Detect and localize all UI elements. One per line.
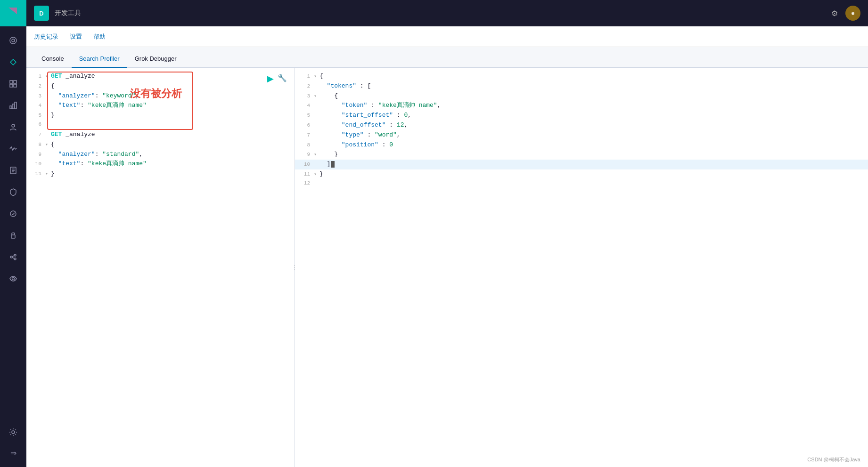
svg-rect-8 xyxy=(15,102,16,109)
tab-console[interactable]: Console xyxy=(34,50,72,68)
svg-line-20 xyxy=(12,258,14,258)
tab-grok-label: Grok Debugger xyxy=(135,55,177,62)
svg-rect-6 xyxy=(10,106,12,109)
tab-grok-debugger[interactable]: Grok Debugger xyxy=(127,50,184,68)
app-badge: D xyxy=(34,6,49,21)
svg-line-19 xyxy=(12,256,14,257)
nav-icon-discover[interactable] xyxy=(0,52,26,72)
code-line-11: 11 ▾ } xyxy=(26,169,295,179)
tabs-bar: Console Search Profiler Grok Debugger xyxy=(26,47,868,68)
tab-profiler-label: Search Profiler xyxy=(79,55,120,62)
code-line-9: 9 "analyzer": "standard", xyxy=(26,150,295,160)
code-line-6: 6 xyxy=(26,121,295,130)
right-code-line-7: 7 "type" : "word", xyxy=(295,130,868,140)
right-code-line-2: 2 "tokens" : [ xyxy=(295,81,868,91)
svg-rect-3 xyxy=(14,81,16,83)
right-code-line-5: 5 "start_offset" : 0, xyxy=(295,111,868,121)
code-line-4: 4 "text": "keke真滴帅 name" xyxy=(26,101,295,111)
subnav-history[interactable]: 历史记录 xyxy=(34,32,58,41)
top-bar: D 开发工具 ⚙ e xyxy=(26,0,868,26)
nav-icon-siem[interactable] xyxy=(0,182,26,202)
code-line-8: 8 ▾ { xyxy=(26,140,295,150)
svg-point-9 xyxy=(12,124,15,127)
right-code-line-6: 6 "end_offset" : 12, xyxy=(295,121,868,130)
nav-logo[interactable] xyxy=(0,0,26,26)
nav-icon-uptime[interactable] xyxy=(0,203,26,224)
code-line-5: 5 } xyxy=(26,111,295,121)
left-code-editor[interactable]: 1 ▾ GET _analyze 2 { 3 "analyzer": "keyw… xyxy=(26,68,295,467)
nav-icon-ml[interactable] xyxy=(0,247,26,267)
subnav-settings[interactable]: 设置 xyxy=(70,32,82,41)
watermark: CSDN @柯柯不会Java xyxy=(807,456,860,463)
subnav-help[interactable]: 帮助 xyxy=(93,32,106,41)
right-code-line-12: 12 xyxy=(295,179,868,189)
nav-icon-home[interactable] xyxy=(0,30,26,51)
nav-icon-logs[interactable] xyxy=(0,160,26,181)
main-container: D 开发工具 ⚙ e 历史记录 设置 帮助 Console Search Pro… xyxy=(26,0,868,467)
pane-divider[interactable]: ⋮ xyxy=(292,260,295,275)
code-line-1: 1 ▾ GET _analyze xyxy=(26,72,295,81)
user-avatar[interactable]: e xyxy=(845,6,860,21)
nav-icon-apm[interactable] xyxy=(0,138,26,159)
sub-nav: 历史记录 设置 帮助 xyxy=(26,26,868,47)
svg-point-22 xyxy=(12,431,15,434)
nav-icon-dashboards[interactable] xyxy=(0,73,26,94)
settings-icon[interactable]: ⚙ xyxy=(831,9,838,18)
svg-point-1 xyxy=(10,37,16,44)
nav-icon-devtools[interactable] xyxy=(0,422,26,443)
left-pane: 没有被分析 ▶ 🔧 1 ▾ GET _analyze 2 { xyxy=(26,68,295,467)
nav-icon-security[interactable] xyxy=(0,225,26,246)
nav-bottom-arrow[interactable]: ⇒ xyxy=(0,443,26,463)
right-code-line-4: 4 "token" : "keke真滴帅 name", xyxy=(295,101,868,111)
nav-icon-visualize[interactable] xyxy=(0,95,26,116)
svg-rect-4 xyxy=(10,84,13,87)
svg-point-17 xyxy=(14,254,16,256)
right-code-line-10: 10 ] xyxy=(295,160,868,169)
code-line-3: 3 "analyzer": "keyword", xyxy=(26,91,295,101)
right-code-line-1: 1 ▾ { xyxy=(295,72,868,81)
right-pane: 1 ▾ { 2 "tokens" : [ 3 ▾ { xyxy=(295,68,868,467)
nav-rail: ⇒ xyxy=(0,0,26,467)
svg-rect-2 xyxy=(10,81,13,83)
kibana-logo-icon xyxy=(7,6,20,21)
right-code-line-11: 11 ▾ } xyxy=(295,169,868,179)
code-line-10: 10 "text": "keke真滴帅 name" xyxy=(26,159,295,169)
nav-icon-observability[interactable] xyxy=(0,268,26,289)
top-bar-right: ⚙ e xyxy=(831,6,860,21)
user-letter: e xyxy=(852,10,855,16)
code-line-7: 7 GET _analyze xyxy=(26,130,295,140)
svg-point-21 xyxy=(12,278,15,280)
editor-area: 没有被分析 ▶ 🔧 1 ▾ GET _analyze 2 { xyxy=(26,68,868,467)
app-badge-letter: D xyxy=(39,10,43,17)
code-line-2: 2 { xyxy=(26,81,295,91)
right-code-line-9: 9 ▾ } xyxy=(295,150,868,160)
svg-point-0 xyxy=(12,39,15,42)
svg-point-18 xyxy=(14,258,16,260)
top-bar-left: D 开发工具 xyxy=(34,6,81,21)
tab-console-label: Console xyxy=(41,55,64,62)
tab-search-profiler[interactable]: Search Profiler xyxy=(72,50,127,68)
nav-bottom: ⇒ xyxy=(0,422,26,467)
right-code-editor[interactable]: 1 ▾ { 2 "tokens" : [ 3 ▾ { xyxy=(295,68,868,467)
svg-rect-7 xyxy=(12,104,14,109)
nav-icon-users[interactable] xyxy=(0,117,26,137)
right-code-line-8: 8 "position" : 0 xyxy=(295,140,868,150)
right-code-line-3: 3 ▾ { xyxy=(295,91,868,101)
svg-rect-15 xyxy=(11,235,15,238)
app-name-label: 开发工具 xyxy=(55,9,81,17)
svg-point-16 xyxy=(10,256,12,258)
svg-rect-5 xyxy=(14,84,16,87)
